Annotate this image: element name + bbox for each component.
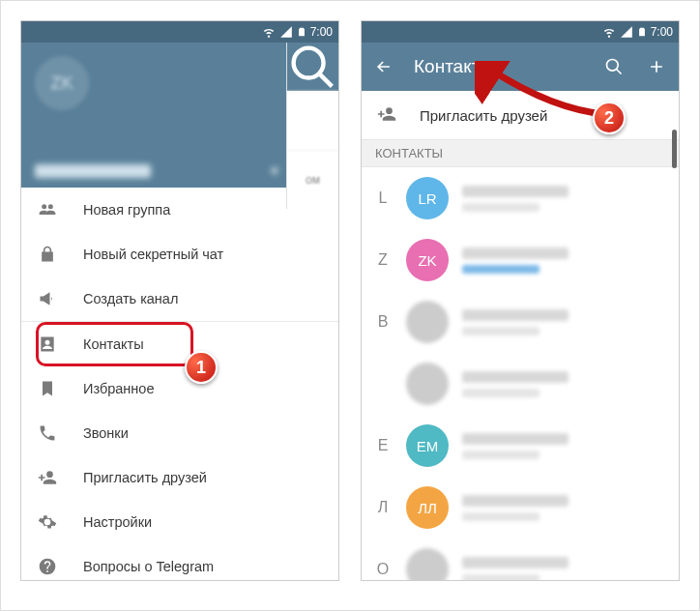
contacts-list: LLRZZKВЕЕМЛЛЛО	[362, 167, 679, 581]
svg-line-3	[617, 70, 622, 74]
menu-label: Создать канал	[83, 291, 178, 306]
contact-row[interactable]: ЛЛЛ	[362, 477, 679, 538]
search-icon[interactable]	[287, 43, 338, 91]
menu-label: Вопросы о Telegram	[83, 559, 214, 574]
status-bar: 7:00	[21, 21, 338, 43]
menu-label: Настройки	[83, 514, 152, 530]
drawer-header: ZK ▼ ом	[21, 43, 338, 188]
index-letter: О	[373, 561, 393, 578]
chat-list-peek: ом	[286, 43, 338, 209]
search-icon[interactable]	[601, 57, 627, 76]
signal-icon	[620, 25, 633, 39]
clock-text: 7:00	[310, 25, 333, 39]
svg-point-2	[607, 60, 619, 72]
lock-icon	[37, 245, 58, 264]
menu-new-secret[interactable]: Новый секретный чат	[21, 232, 338, 276]
phone-right: 7:00 Контакты Пригласить друзей КОНТАКТЫ…	[361, 20, 680, 581]
menu-label: Избранное	[83, 381, 154, 396]
contacts-section-header: КОНТАКТЫ	[362, 139, 679, 167]
invite-label: Пригласить друзей	[420, 107, 547, 124]
menu-faq[interactable]: Вопросы о Telegram	[21, 544, 338, 581]
signal-icon	[279, 25, 293, 39]
contact-row[interactable]: В	[362, 291, 679, 353]
app-bar: Контакты	[362, 43, 679, 91]
chevron-down-icon[interactable]: ▼	[269, 164, 280, 178]
battery-icon	[637, 25, 647, 39]
contact-row[interactable]: О	[362, 538, 679, 581]
battery-icon	[297, 25, 306, 39]
menu-calls[interactable]: Звонки	[21, 411, 338, 455]
appbar-title: Контакты	[414, 56, 584, 77]
contact-text	[462, 433, 667, 459]
menu-settings[interactable]: Настройки	[21, 500, 338, 544]
contact-row[interactable]: ZZK	[362, 229, 679, 291]
add-icon[interactable]	[644, 57, 669, 76]
wifi-icon	[262, 25, 276, 39]
contact-text	[462, 186, 667, 212]
invite-friends-row[interactable]: Пригласить друзей	[362, 91, 679, 139]
contact-avatar: ЛЛ	[406, 486, 449, 529]
menu-label: Новый секретный чат	[83, 247, 223, 262]
menu-label: Пригласить друзей	[83, 470, 207, 485]
menu-label: Контакты	[83, 336, 144, 352]
contact-avatar	[406, 548, 449, 581]
wifi-icon	[602, 25, 616, 39]
back-icon[interactable]	[371, 57, 396, 76]
menu-label: Звонки	[83, 425, 129, 441]
profile-name	[35, 164, 151, 178]
contact-avatar: ЕМ	[406, 424, 449, 467]
person-add-icon	[37, 468, 58, 487]
index-letter: Л	[373, 499, 393, 516]
contact-text	[462, 371, 667, 397]
status-bar: 7:00	[362, 21, 679, 43]
contact-row[interactable]	[362, 353, 679, 415]
index-letter: В	[373, 313, 393, 331]
menu-contacts[interactable]: Контакты	[21, 322, 338, 366]
phone-icon	[37, 423, 58, 443]
contact-avatar: ZK	[406, 239, 449, 281]
menu-saved[interactable]: Избранное	[21, 366, 338, 411]
index-letter: Е	[373, 437, 393, 454]
scrollbar-thumb[interactable]	[672, 130, 677, 168]
contact-avatar	[406, 363, 449, 405]
contact-text	[462, 247, 667, 274]
bookmark-icon	[37, 379, 58, 398]
contact-text	[462, 309, 667, 335]
contact-text	[462, 557, 667, 582]
profile-avatar[interactable]: ZK	[35, 56, 89, 110]
contacts-icon	[37, 335, 58, 354]
contact-text	[462, 495, 667, 521]
phone-left: 7:00 ZK ▼ ом Новая группа Новый секретны…	[20, 20, 339, 581]
svg-point-0	[294, 47, 324, 77]
contact-avatar: LR	[406, 177, 449, 219]
contact-row[interactable]: ЕЕМ	[362, 415, 679, 477]
megaphone-icon	[37, 289, 58, 308]
person-add-icon	[377, 104, 396, 127]
gear-icon	[37, 512, 58, 532]
contact-row[interactable]: LLR	[362, 167, 679, 229]
menu-label: Новая группа	[83, 202, 170, 218]
drawer-menu: Новая группа Новый секретный чат Создать…	[21, 188, 338, 581]
menu-invite[interactable]: Пригласить друзей	[21, 455, 338, 500]
index-letter: Z	[373, 251, 393, 269]
contact-avatar	[406, 301, 449, 343]
help-icon	[37, 557, 58, 576]
menu-new-channel[interactable]: Создать канал	[21, 276, 338, 321]
index-letter: L	[373, 189, 393, 207]
svg-line-1	[319, 73, 332, 86]
group-icon	[37, 200, 58, 219]
clock-text: 7:00	[651, 25, 673, 39]
